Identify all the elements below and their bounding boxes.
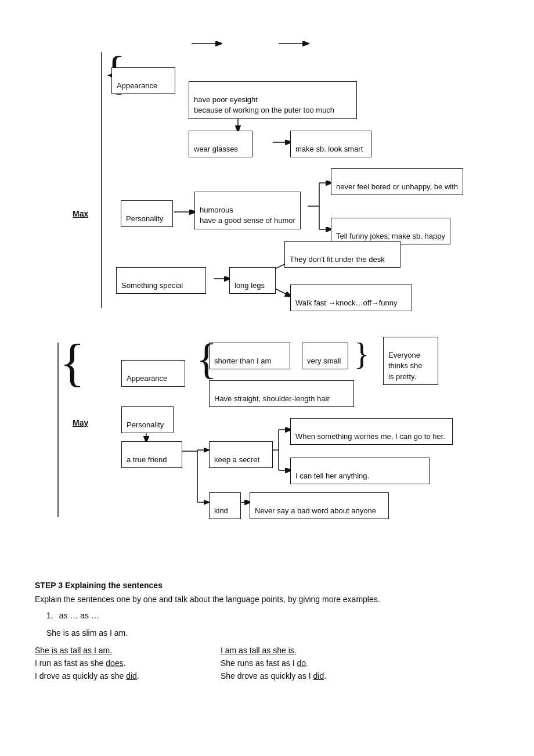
- step3-description: Explain the sentences one by one and tal…: [35, 595, 499, 604]
- example-row-3: I drove as quickly as she did. She drove…: [35, 671, 499, 681]
- max-personality-box: Personality: [121, 200, 173, 227]
- may-shorter: shorter than I am: [209, 343, 290, 369]
- example-2-right-underline: do: [297, 658, 306, 668]
- example-1-left-text: She is as tall as I am.: [35, 646, 112, 655]
- example-3-right-underline: did: [313, 671, 324, 681]
- max-appearance-detail: have poor eyesight because of working on…: [189, 81, 357, 119]
- max-make-smart: make sb. look smart: [290, 131, 371, 157]
- may-curly-brace: {: [60, 337, 85, 389]
- may-true-friend: a true friend: [121, 441, 182, 468]
- max-wear-glasses: wear glasses: [189, 131, 252, 157]
- max-dont-fit: They don't fit under the desk: [284, 241, 400, 268]
- max-long-legs: long legs: [229, 267, 276, 294]
- example-row-1: She is as tall as I am. I am as tall as …: [35, 646, 499, 655]
- may-appearance-left-brace: {: [196, 334, 217, 384]
- may-label: May: [73, 418, 88, 427]
- item1-row: 1. as … as …: [35, 611, 499, 624]
- may-appearance-right-brace: }: [354, 336, 369, 372]
- example-row-2: I run as fast as she does. She runs as f…: [35, 658, 499, 668]
- example-3-left-underline: did: [126, 671, 137, 681]
- example-3-right: She drove as quickly as I did.: [221, 671, 499, 681]
- max-humorous-box: humorous have a good sense of humor: [194, 192, 301, 229]
- may-appearance-box: Appearance: [121, 360, 185, 387]
- step3-section: STEP 3 Explaining the sentences Explain …: [17, 581, 517, 681]
- example-2-right: She runs as fast as I do.: [221, 658, 499, 668]
- diagram-area: Max May { { Appearance have poor eyesigh…: [17, 12, 517, 569]
- example-1-right: I am as tall as she is.: [221, 646, 499, 655]
- max-never-bored: never feel bored or unhappy, be with: [331, 168, 463, 195]
- example-2-left-underline: does: [106, 658, 123, 668]
- max-walk-fast: Walk fast →knock…off→funny: [290, 285, 412, 311]
- max-label: Max: [73, 209, 88, 218]
- item1-text: as … as …: [59, 611, 99, 624]
- may-personality-box: Personality: [121, 406, 174, 433]
- example-1-left: She is as tall as I am.: [35, 646, 221, 655]
- example-1-right-text: I am as tall as she is.: [221, 646, 297, 655]
- step3-title: STEP 3 Explaining the sentences: [35, 581, 499, 590]
- may-everyone-pretty: Everyone thinks she is pretty.: [383, 337, 438, 385]
- may-never-bad: Never say a bad word about anyone: [250, 492, 389, 519]
- example-2-left: I run as fast as she does.: [35, 658, 221, 668]
- item1-label: 1.: [46, 611, 53, 620]
- may-kind-box: kind: [209, 492, 241, 519]
- may-tell-anything: I can tell her anything.: [290, 458, 430, 484]
- sentence1: She is as slim as I am.: [46, 628, 499, 638]
- may-very-small: very small: [302, 343, 348, 369]
- may-when-worries: When something worries me, I can go to h…: [290, 418, 453, 445]
- example-3-left: I drove as quickly as she did.: [35, 671, 221, 681]
- max-something-special: Something special: [116, 267, 206, 294]
- may-straight-hair: Have straight, shoulder-length hair: [209, 380, 354, 407]
- may-keep-secret: keep a secret: [209, 441, 273, 468]
- max-appearance-box: Appearance: [111, 67, 175, 94]
